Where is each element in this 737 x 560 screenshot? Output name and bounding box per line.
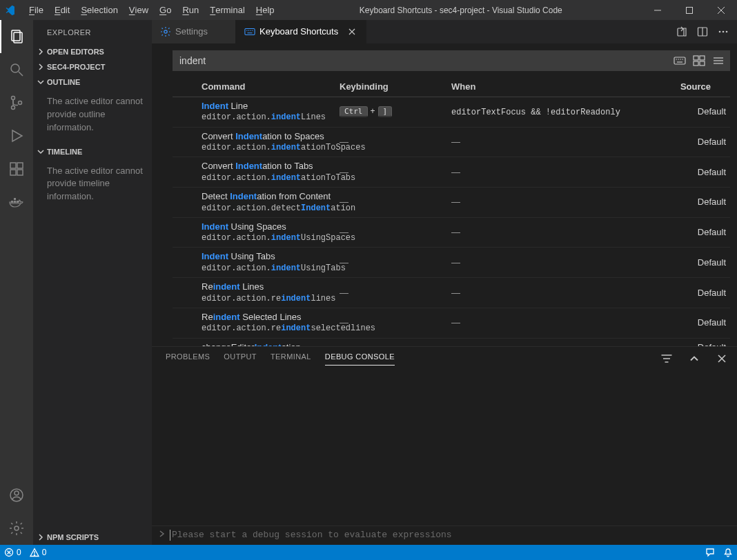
svg-rect-40 bbox=[674, 57, 685, 64]
sidebar-section-body: The active editor cannot provide timelin… bbox=[33, 159, 152, 214]
tab-settings[interactable]: Settings bbox=[152, 20, 236, 43]
status-bar: 0 0 bbox=[0, 545, 737, 560]
svg-point-10 bbox=[19, 101, 22, 105]
record-keys-icon[interactable] bbox=[674, 54, 686, 67]
svg-marker-11 bbox=[12, 130, 22, 141]
header-command[interactable]: Command bbox=[197, 81, 335, 92]
activity-explorer[interactable] bbox=[0, 20, 33, 53]
panel-filter-icon[interactable] bbox=[660, 352, 674, 366]
svg-rect-47 bbox=[700, 56, 705, 60]
keyboard-icon bbox=[244, 26, 255, 37]
svg-rect-12 bbox=[10, 163, 16, 168]
sidebar-section-timeline[interactable]: TIMELINE bbox=[33, 144, 152, 159]
keybinding-row[interactable]: Reindent Lineseditor.action.reindentline… bbox=[173, 278, 730, 308]
svg-rect-46 bbox=[694, 56, 698, 60]
sidebar-section-open-editors[interactable]: OPEN EDITORS bbox=[33, 44, 152, 59]
keybinding-row[interactable]: Convert Indentation to Tabseditor.action… bbox=[173, 157, 730, 188]
activity-bar bbox=[0, 20, 33, 545]
svg-line-7 bbox=[19, 72, 23, 76]
window-title: Keyboard Shortcuts - sec4-project - Visu… bbox=[280, 6, 642, 15]
panel-tab-terminal[interactable]: TERMINAL bbox=[271, 352, 311, 366]
activity-run-debug[interactable] bbox=[0, 119, 33, 152]
status-warnings[interactable]: 0 bbox=[26, 548, 51, 557]
maximize-button[interactable] bbox=[674, 0, 705, 20]
menu-file[interactable]: File bbox=[23, 0, 49, 20]
svg-rect-1 bbox=[687, 7, 693, 13]
sidebar-section-outline[interactable]: OUTLINE bbox=[33, 74, 152, 90]
activity-docker[interactable] bbox=[0, 186, 33, 219]
menu-selection[interactable]: Selection bbox=[75, 0, 123, 20]
svg-point-9 bbox=[12, 106, 15, 110]
status-bell[interactable] bbox=[719, 548, 737, 557]
tab-bar: SettingsKeyboard Shortcuts bbox=[152, 20, 737, 43]
svg-rect-15 bbox=[17, 163, 23, 168]
keybinding-row[interactable]: Indent Using Spaceseditor.action.indentU… bbox=[173, 218, 730, 248]
svg-point-21 bbox=[14, 491, 19, 495]
editor-region: SettingsKeyboard Shortcuts bbox=[152, 20, 737, 545]
keybinding-row[interactable]: Convert Indentation to Spaceseditor.acti… bbox=[173, 128, 730, 158]
menu-edit[interactable]: Edit bbox=[49, 0, 75, 20]
activity-settings[interactable] bbox=[0, 512, 33, 545]
debug-console-input[interactable]: Please start a debug session to evaluate… bbox=[152, 526, 737, 545]
keybinding-row[interactable]: Indent Using Tabseditor.action.indentUsi… bbox=[173, 248, 730, 278]
panel-tab-problems[interactable]: PROBLEMS bbox=[166, 352, 210, 366]
header-when[interactable]: When bbox=[447, 81, 638, 92]
split-editor-icon[interactable] bbox=[697, 26, 708, 37]
svg-point-6 bbox=[11, 64, 19, 72]
sidebar-section-npm-scripts[interactable]: NPM SCRIPTS bbox=[33, 530, 152, 545]
menu-view[interactable]: View bbox=[124, 0, 154, 20]
svg-rect-19 bbox=[14, 198, 16, 200]
svg-point-23 bbox=[164, 30, 167, 33]
svg-point-38 bbox=[723, 31, 725, 33]
gear-icon bbox=[160, 26, 171, 37]
tab-keyboard-shortcuts[interactable]: Keyboard Shortcuts bbox=[236, 20, 366, 43]
keybinding-row[interactable]: Detect Indentation from Contenteditor.ac… bbox=[173, 188, 730, 218]
svg-rect-48 bbox=[694, 61, 698, 66]
activity-accounts[interactable] bbox=[0, 479, 33, 512]
header-source[interactable]: Source bbox=[638, 81, 730, 92]
activity-extensions[interactable] bbox=[0, 152, 33, 186]
open-keybindings-json-icon[interactable] bbox=[676, 26, 687, 37]
panel-collapse-icon[interactable] bbox=[687, 352, 701, 366]
minimize-button[interactable] bbox=[642, 0, 674, 20]
activity-source-control[interactable] bbox=[0, 86, 33, 119]
keybinding-row[interactable]: Reindent Selected Lineseditor.action.rei… bbox=[173, 308, 730, 339]
menu-terminal[interactable]: Terminal bbox=[204, 0, 250, 20]
svg-rect-26 bbox=[245, 28, 255, 34]
keybinding-row[interactable]: Indent Lineeditor.action.indentLinesCtrl… bbox=[173, 97, 730, 128]
status-warnings-count: 0 bbox=[42, 548, 47, 557]
sidebar-section-sec4-project[interactable]: SEC4-PROJECT bbox=[33, 59, 152, 74]
menu-run[interactable]: Run bbox=[177, 0, 204, 20]
status-errors[interactable]: 0 bbox=[0, 548, 26, 557]
activity-search[interactable] bbox=[0, 53, 33, 86]
header-keybinding[interactable]: Keybinding bbox=[335, 81, 447, 92]
keybinding-search[interactable] bbox=[173, 50, 730, 71]
menu-bar: FileEditSelectionViewGoRunTerminalHelp bbox=[23, 0, 280, 20]
app-logo bbox=[0, 4, 23, 17]
svg-point-39 bbox=[726, 31, 728, 33]
panel-close-icon[interactable] bbox=[715, 352, 729, 366]
keybinding-row[interactable]: changeEditorIndentation——Default bbox=[173, 339, 730, 347]
sidebar-section-body: The active editor cannot provide outline… bbox=[33, 90, 152, 144]
more-actions-icon[interactable] bbox=[718, 26, 729, 37]
panel-tab-output[interactable]: OUTPUT bbox=[224, 352, 257, 366]
keybinding-table-header: Command Keybinding When Source bbox=[173, 77, 730, 97]
panel-tabs: PROBLEMSOUTPUTTERMINALDEBUG CONSOLE bbox=[152, 347, 737, 370]
svg-point-37 bbox=[719, 31, 721, 33]
status-feedback[interactable] bbox=[701, 548, 719, 557]
svg-point-22 bbox=[14, 526, 19, 530]
close-button[interactable] bbox=[705, 0, 737, 20]
keybinding-search-input[interactable] bbox=[179, 55, 674, 66]
sort-precedence-icon[interactable] bbox=[693, 54, 705, 67]
status-errors-count: 0 bbox=[17, 548, 21, 557]
debug-placeholder: Please start a debug session to evaluate… bbox=[172, 530, 452, 540]
sidebar-title: EXPLORER bbox=[33, 20, 152, 44]
menu-help[interactable]: Help bbox=[250, 0, 280, 20]
close-icon[interactable] bbox=[346, 26, 357, 37]
menu-go[interactable]: Go bbox=[154, 0, 177, 20]
prompt-chevron-icon bbox=[159, 530, 166, 540]
svg-rect-14 bbox=[17, 170, 23, 175]
clear-search-icon[interactable] bbox=[712, 54, 725, 67]
panel-tab-debug-console[interactable]: DEBUG CONSOLE bbox=[325, 352, 395, 366]
titlebar: FileEditSelectionViewGoRunTerminalHelp K… bbox=[0, 0, 737, 20]
